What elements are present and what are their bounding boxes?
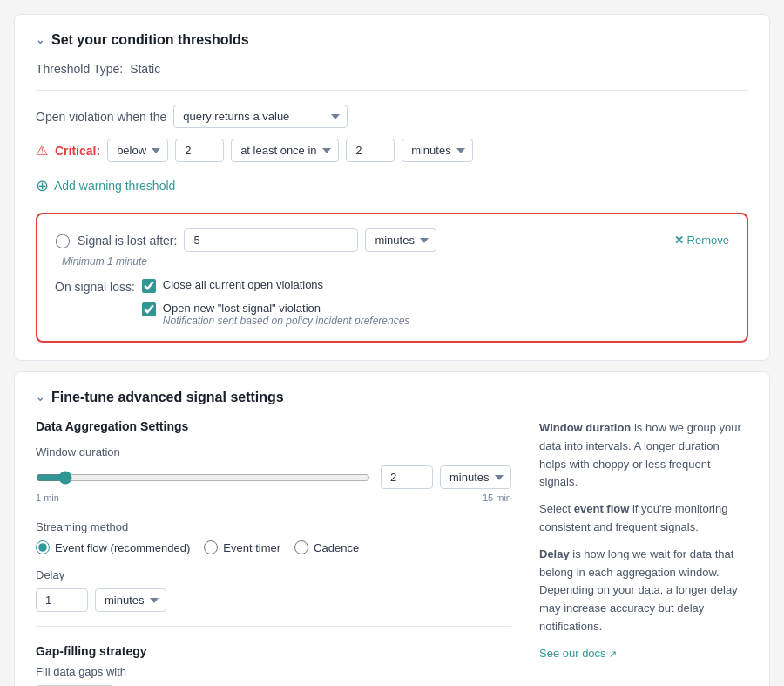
open-violation-label: Open violation when the [36,110,166,124]
remove-button[interactable]: ✕ Remove [674,234,729,247]
signal-minutes-dropdown[interactable]: minutes [365,228,436,252]
cadence-option[interactable]: Cadence [294,540,359,554]
critical-value1-input[interactable] [175,139,224,162]
signal-header-row: ◯ Signal is lost after: minutes ✕ Remove [55,228,729,252]
help-delay: Delay is how long we wait for data that … [539,546,748,636]
fill-gaps-label: Fill data gaps with [36,665,511,678]
x-icon: ✕ [674,234,684,247]
window-duration-slider[interactable] [36,471,370,485]
condition-thresholds-header[interactable]: ⌄ Set your condition thresholds [36,32,748,48]
gap-filling-title: Gap-filling strategy [36,644,511,658]
slider-labels: 1 min 15 min [36,492,511,503]
window-duration-bold: Window duration [539,421,631,434]
cadence-label: Cadence [314,541,359,554]
signal-loss-row: On signal loss: Close all current open v… [55,278,729,327]
delay-unit-dropdown[interactable]: minutes [95,588,166,612]
condition-thresholds-card: ⌄ Set your condition thresholds Threshol… [14,14,770,361]
help-delay-text: is how long we wait for data that belong… [539,547,738,633]
delay-bold: Delay [539,547,570,560]
critical-label: Critical: [55,144,100,158]
fine-tune-left: Data Aggregation Settings Window duratio… [36,419,511,686]
window-input-row: minutes [381,465,511,489]
event-timer-radio[interactable] [204,540,218,554]
globe-icon: ◯ [55,232,71,248]
below-dropdown[interactable]: below [107,139,168,162]
threshold-type-row: Threshold Type: Static [36,62,748,76]
add-warning-button[interactable]: ⊕ Add warning threshold [36,173,175,199]
streaming-method-label: Streaming method [36,520,511,533]
see-docs-link[interactable]: See our docs ↗ [539,647,617,660]
divider-2 [36,626,511,627]
delay-input[interactable] [36,588,88,612]
at-least-dropdown[interactable]: at least once in [231,139,339,162]
fine-tune-right: Window duration is how we group your dat… [539,419,748,686]
streaming-method-row: Event flow (recommended) Event timer Cad… [36,540,511,554]
signal-lost-label: Signal is lost after: [78,234,177,248]
fine-tune-header[interactable]: ⌄ Fine-tune advanced signal settings [36,390,748,405]
slider-min-label: 1 min [36,492,59,503]
open-violation-row: Open violation when the query returns a … [36,105,748,128]
data-aggregation-title: Data Aggregation Settings [36,419,511,433]
close-violations-row: Close all current open violations [142,278,410,293]
checkboxes-column: Close all current open violations Open n… [142,278,410,327]
threshold-type-value: Static [130,62,160,76]
event-flow-radio[interactable] [36,540,50,554]
close-violations-text: Close all current open violations [163,278,323,291]
fine-tune-title: Fine-tune advanced signal settings [51,390,284,405]
critical-row: ⚠ Critical: below at least once in minut… [36,139,748,162]
slider-max-label: 15 min [483,492,511,503]
help-event-flow-text: if you're monitoring consistent and freq… [539,502,727,533]
delay-row: minutes [36,588,511,612]
window-duration-unit-dropdown[interactable]: minutes [440,465,511,489]
event-timer-label: Event timer [223,541,280,554]
event-flow-label: Event flow (recommended) [55,541,190,554]
see-docs-label: See our docs [539,647,606,660]
add-warning-label: Add warning threshold [54,179,175,193]
remove-label: Remove [687,234,729,247]
on-signal-loss-label: On signal loss: [55,278,135,294]
window-duration-input[interactable] [381,465,433,489]
critical-value2-input[interactable] [346,139,395,162]
divider-1 [36,90,748,91]
event-flow-option[interactable]: Event flow (recommended) [36,540,190,554]
close-violations-label: Close all current open violations [163,278,323,291]
signal-value-input[interactable] [184,228,358,252]
threshold-type-label: Threshold Type: [36,62,123,76]
add-warning-row: ⊕ Add warning threshold [36,173,748,199]
external-link-icon: ↗ [609,649,617,659]
window-duration-label: Window duration [36,445,511,458]
open-lost-signal-text: Open new "lost signal" violation Notific… [163,302,410,327]
minutes-dropdown[interactable]: minutes [402,139,473,162]
help-event-flow: Select event flow if you're monitoring c… [539,500,748,537]
chevron-down-icon-2: ⌄ [36,391,44,404]
open-lost-signal-label: Open new "lost signal" violation [163,302,410,315]
fine-tune-card: ⌄ Fine-tune advanced signal settings Dat… [14,371,770,686]
critical-icon: ⚠ [36,142,48,159]
event-flow-bold: event flow [574,502,630,515]
plus-icon: ⊕ [36,176,49,195]
help-window-duration: Window duration is how we group your dat… [539,419,748,492]
fine-tune-content: Data Aggregation Settings Window duratio… [36,419,748,686]
open-lost-signal-checkbox[interactable] [142,302,156,316]
signal-lost-box: ◯ Signal is lost after: minutes ✕ Remove… [36,213,748,343]
delay-label: Delay [36,568,511,581]
condition-thresholds-title: Set your condition thresholds [51,32,249,48]
cadence-radio[interactable] [294,540,308,554]
query-dropdown[interactable]: query returns a value [173,105,348,128]
chevron-down-icon: ⌄ [36,34,44,46]
notification-hint: Notification sent based on policy incide… [163,315,410,327]
min-hint: Minimum 1 minute [62,255,729,268]
event-timer-option[interactable]: Event timer [204,540,280,554]
open-lost-signal-row: Open new "lost signal" violation Notific… [142,302,410,327]
slider-container: minutes [36,465,511,489]
close-violations-checkbox[interactable] [142,279,156,293]
